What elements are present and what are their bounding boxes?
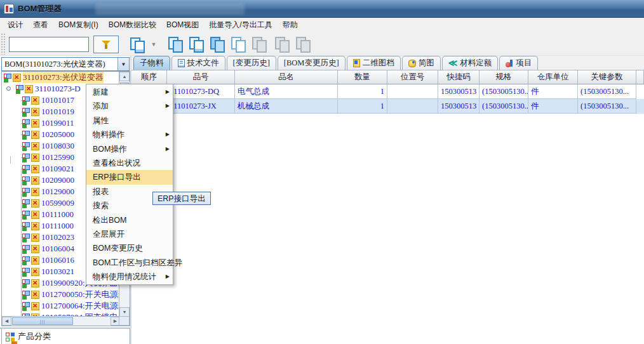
cell-part-number: 311010273-DQ xyxy=(167,84,235,99)
checkout-status-icon xyxy=(31,279,39,288)
bom-node-icon xyxy=(22,165,30,173)
menu-item-label: 查看检出状况 xyxy=(93,159,140,168)
tree-expand-handle[interactable] xyxy=(6,86,11,91)
tree-item-label: 10106016 xyxy=(41,255,74,265)
tree-item-root[interactable]: 311010273:光伏逆变器 xyxy=(2,72,119,83)
context-menu-item-bom-change-history[interactable]: BOM变更历史 xyxy=(86,241,173,255)
cell-shortcut-code: 150300513 xyxy=(438,84,480,99)
tab-2d-drawings[interactable]: 二维图档 xyxy=(347,56,401,70)
horizontal-scroll-thumb[interactable]: ||| xyxy=(12,317,73,325)
checkout-status-icon xyxy=(31,268,39,276)
tree-item[interactable]: 1012700064:开关电源:1 xyxy=(2,300,119,312)
tree-horizontal-scrollbar[interactable]: ◀ ||| ▶ xyxy=(2,316,120,326)
table-row-selected[interactable]: 311010273-JX 机械总成 1 150300513 (150300513… xyxy=(131,99,644,114)
title-bar[interactable]: BOM管理器 xyxy=(0,0,644,18)
cell-part-name: 电气总成 xyxy=(235,84,338,99)
menu-bom-data-compare[interactable]: BOM数据比较 xyxy=(104,18,161,32)
context-menu-item-properties[interactable]: 属性 xyxy=(86,114,173,128)
copy-icon[interactable] xyxy=(167,36,182,51)
menu-item-label: BOM操作 xyxy=(93,145,126,154)
context-menu-item-new[interactable]: 新建▶ xyxy=(86,85,173,99)
bom-node-icon xyxy=(22,131,30,139)
checkout-status-icon xyxy=(13,74,21,82)
tab-technical-documents[interactable]: 技术文件 xyxy=(171,56,225,70)
checkout-status-icon xyxy=(31,222,39,230)
tab-bom-change-history[interactable]: [BOM变更历史] xyxy=(278,56,345,70)
cell-part-name: 机械总成 xyxy=(235,99,338,114)
toolbar: ▼ xyxy=(0,32,644,56)
context-menu-item-checkout-bom[interactable]: 检出BOM xyxy=(86,213,173,227)
cell-position xyxy=(387,99,438,114)
bom-copy-button[interactable] xyxy=(127,36,146,53)
tab-change-history[interactable]: [变更历史] xyxy=(227,56,276,70)
column-header-warehouse-unit[interactable]: 仓库单位 xyxy=(528,70,578,84)
submenu-arrow-icon: ▶ xyxy=(166,85,170,99)
document-icon xyxy=(178,59,185,67)
tree-item-label: 10125990 xyxy=(41,152,74,162)
bom-copy-dropdown[interactable]: ▼ xyxy=(149,39,159,50)
context-menu-item-erp-export[interactable]: ERP接口导出 xyxy=(86,170,173,184)
context-menu-item-workspace-archive-diff[interactable]: BOM工作区与归档区差异 xyxy=(86,256,173,270)
tab-sub-materials[interactable]: 子物料 xyxy=(133,56,170,70)
bom-node-icon xyxy=(22,268,30,276)
context-menu-item-material-ops[interactable]: 物料操作▶ xyxy=(86,128,173,142)
column-header-quantity[interactable]: 数量 xyxy=(338,70,387,84)
context-menu-item-expand-all[interactable]: 全层展开 xyxy=(86,227,173,241)
column-header-sequence[interactable]: 顺序 xyxy=(131,70,167,84)
copy-variant-icon[interactable] xyxy=(188,36,203,51)
context-menu-item-bom-ops[interactable]: BOM操作▶ xyxy=(86,142,173,156)
tab-label: 二维图档 xyxy=(363,58,394,69)
bom-node-icon xyxy=(22,176,30,185)
menu-help[interactable]: 帮助 xyxy=(278,18,303,32)
checkout-status-icon xyxy=(31,188,39,196)
context-menu-item-material-usage-stats[interactable]: 物料使用情况统计▶ xyxy=(86,270,173,284)
paste-variant-icon[interactable] xyxy=(230,36,245,51)
paste-icon[interactable] xyxy=(209,36,224,51)
material-quota-icon: ≪ xyxy=(448,60,458,67)
menu-bom-views[interactable]: BOM视图 xyxy=(161,18,204,32)
search-input[interactable] xyxy=(9,37,89,52)
menu-batch-import-export[interactable]: 批量导入/导出工具 xyxy=(204,18,277,32)
bom-node-icon xyxy=(22,245,30,253)
project-icon xyxy=(506,60,513,67)
tab-project[interactable]: 项目 xyxy=(499,56,538,70)
scroll-up-icon[interactable]: ▲ xyxy=(119,72,130,81)
menu-item-label: 搜索 xyxy=(93,201,109,210)
menu-item-label: 添加 xyxy=(93,102,109,110)
column-header-position[interactable]: 位置号 xyxy=(387,70,438,84)
scroll-down-icon[interactable]: ▼ xyxy=(119,307,130,317)
scroll-left-icon[interactable]: ◀ xyxy=(2,317,11,326)
context-menu-item-add[interactable]: 添加▶ xyxy=(86,99,173,113)
tree-item-label: 10205000 xyxy=(41,129,74,140)
tab-material-quota[interactable]: ≪ 材料定额 xyxy=(442,56,499,70)
cell-position xyxy=(387,84,438,99)
checkout-status-icon xyxy=(25,85,33,93)
tree-item-label: 10111000 xyxy=(41,221,74,231)
window-title: BOM管理器 xyxy=(18,3,62,15)
table-row[interactable]: 311010273-DQ 电气总成 1 150300513 (150300513… xyxy=(131,84,644,99)
checkout-status-icon xyxy=(31,211,39,219)
tab-sketch[interactable]: 简图 xyxy=(402,56,441,70)
menu-bom-copy[interactable]: BOM复制(I) xyxy=(53,18,104,32)
chevron-down-icon[interactable]: ▼ xyxy=(117,58,129,70)
bom-node-icon xyxy=(22,256,30,265)
context-menu: 新建▶ 添加▶ 属性 物料操作▶ BOM操作▶ 查看检出状况 ERP接口导出 报… xyxy=(86,84,173,285)
column-header-part-number[interactable]: 品号 xyxy=(167,70,235,84)
column-header-shortcut-code[interactable]: 快捷码 xyxy=(438,70,480,84)
toolbar-grip[interactable] xyxy=(1,33,6,55)
menu-item-label: 报表 xyxy=(93,187,109,196)
product-category-panel[interactable]: 产品分类 xyxy=(1,329,130,344)
menu-design[interactable]: 设计 xyxy=(3,18,28,32)
column-header-spec[interactable]: 规格 xyxy=(480,70,528,84)
bom-node-icon xyxy=(22,154,30,162)
filter-button[interactable] xyxy=(93,36,119,53)
bom-selector[interactable]: BOM(311010273:光伏逆变器) ▼ xyxy=(1,57,130,71)
column-header-key-parameters[interactable]: 关键参数 xyxy=(578,70,636,84)
context-menu-item-view-checkout-status[interactable]: 查看检出状况 xyxy=(86,156,173,170)
checkout-status-icon xyxy=(31,199,39,208)
tree-item[interactable]: 1012700050:开关电源:1 xyxy=(2,289,119,300)
column-header-filler xyxy=(636,70,644,84)
bom-node-icon xyxy=(22,96,30,105)
menu-view[interactable]: 查看 xyxy=(28,18,53,32)
column-header-part-name[interactable]: 品名 xyxy=(235,70,338,84)
